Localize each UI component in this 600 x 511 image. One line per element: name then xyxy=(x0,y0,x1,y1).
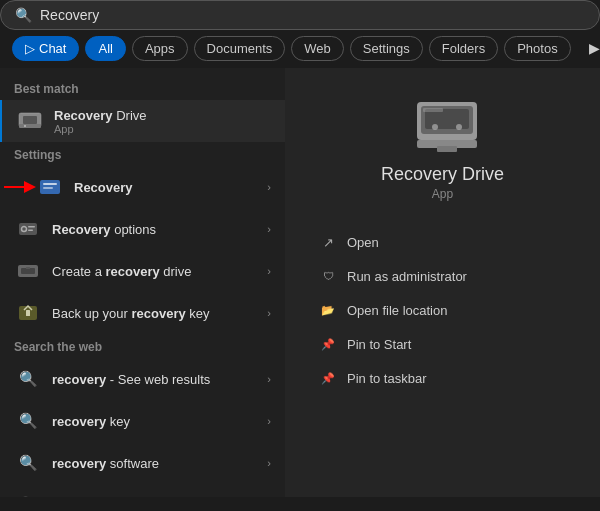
filter-apps[interactable]: Apps xyxy=(132,36,188,61)
action-list: ↗ Open 🛡 Run as administrator 📂 Open fil… xyxy=(301,225,584,395)
web-recovery-text: recovery - See web results xyxy=(52,372,257,387)
web-section-label: Search the web xyxy=(0,334,285,358)
best-match-title: Recovery Drive xyxy=(54,108,271,123)
web-search-icon-4: 🔍 xyxy=(14,491,42,497)
chevron-icon-3: › xyxy=(267,265,271,277)
search-icon: 🔍 xyxy=(15,7,32,23)
svg-rect-8 xyxy=(43,187,53,189)
pin-taskbar-icon: 📌 xyxy=(319,369,337,387)
svg-rect-2 xyxy=(19,124,41,128)
svg-point-25 xyxy=(456,124,462,130)
filter-documents[interactable]: Documents xyxy=(194,36,286,61)
action-open[interactable]: ↗ Open xyxy=(309,225,576,259)
web-recovery-item[interactable]: 🔍 recovery - See web results › xyxy=(0,358,285,400)
open-icon: ↗ xyxy=(319,233,337,251)
play-icon[interactable]: ▶ xyxy=(583,36,600,60)
web-search-icon-2: 🔍 xyxy=(14,407,42,435)
backup-recovery-text: Back up your recovery key xyxy=(52,306,257,321)
action-open-file-location[interactable]: 📂 Open file location xyxy=(309,293,576,327)
chevron-icon: › xyxy=(267,181,271,193)
recovery-options-title: Recovery options xyxy=(52,222,257,237)
svg-point-24 xyxy=(432,124,438,130)
drive-icon xyxy=(16,107,44,135)
svg-rect-15 xyxy=(26,267,30,269)
filter-chat[interactable]: ▷ Chat xyxy=(12,36,79,61)
main-content: Best match Recovery Drive App Settings xyxy=(0,68,600,497)
backup-recovery-title: Back up your recovery key xyxy=(52,306,257,321)
recovery-settings-icon xyxy=(36,173,64,201)
chevron-icon-2: › xyxy=(267,223,271,235)
file-location-icon: 📂 xyxy=(319,301,337,319)
svg-rect-23 xyxy=(423,108,443,112)
create-recovery-title: Create a recovery drive xyxy=(52,264,257,279)
best-match-section-label: Best match xyxy=(0,76,285,100)
svg-rect-17 xyxy=(26,310,30,316)
filter-folders[interactable]: Folders xyxy=(429,36,498,61)
recovery-options-text: Recovery options xyxy=(52,222,257,237)
backup-recovery-icon xyxy=(14,299,42,327)
web-search-icon-3: 🔍 xyxy=(14,449,42,477)
backup-recovery-item[interactable]: Back up your recovery key › xyxy=(0,292,285,334)
search-container: 🔍 xyxy=(0,0,600,30)
action-run-as-admin[interactable]: 🛡 Run as administrator xyxy=(309,259,576,293)
recovery-settings-title: Recovery xyxy=(74,180,257,195)
recovery-settings-text: Recovery xyxy=(74,180,257,195)
create-recovery-item[interactable]: Create a recovery drive › xyxy=(0,250,285,292)
best-match-subtitle: App xyxy=(54,123,271,135)
filter-settings[interactable]: Settings xyxy=(350,36,423,61)
pin-start-label: Pin to Start xyxy=(347,337,411,352)
filter-web[interactable]: Web xyxy=(291,36,344,61)
create-recovery-icon xyxy=(14,257,42,285)
right-panel-subtitle: App xyxy=(432,187,453,201)
web-recovery-software-text: recovery software xyxy=(52,456,257,471)
right-panel-title: Recovery Drive xyxy=(381,164,504,185)
best-match-text: Recovery Drive App xyxy=(54,108,271,135)
right-panel: Recovery Drive App ↗ Open 🛡 Run as admin… xyxy=(285,68,600,497)
svg-rect-7 xyxy=(43,183,57,185)
best-match-item[interactable]: Recovery Drive App xyxy=(0,100,285,142)
action-pin-to-taskbar[interactable]: 📌 Pin to taskbar xyxy=(309,361,576,395)
chevron-icon-4: › xyxy=(267,307,271,319)
chat-play-icon: ▷ xyxy=(25,41,35,56)
svg-point-3 xyxy=(24,125,26,127)
filter-bar: ▷ Chat All Apps Documents Web Settings F… xyxy=(0,30,600,68)
pin-start-icon: 📌 xyxy=(319,335,337,353)
search-input[interactable] xyxy=(40,7,585,23)
left-panel: Best match Recovery Drive App Settings xyxy=(0,68,285,497)
svg-rect-1 xyxy=(23,116,37,124)
web-recovery-key-item[interactable]: 🔍 recovery key › xyxy=(0,400,285,442)
right-panel-icon xyxy=(407,92,479,152)
web-recovery-software-item[interactable]: 🔍 recovery software › xyxy=(0,442,285,484)
chevron-icon-6: › xyxy=(267,415,271,427)
settings-recovery-item[interactable]: Recovery › xyxy=(0,166,285,208)
chevron-icon-5: › xyxy=(267,373,271,385)
run-admin-icon: 🛡 xyxy=(319,267,337,285)
action-pin-to-start[interactable]: 📌 Pin to Start xyxy=(309,327,576,361)
svg-rect-11 xyxy=(28,226,35,228)
settings-section-label: Settings xyxy=(0,142,285,166)
filter-photos[interactable]: Photos xyxy=(504,36,570,61)
search-bar: 🔍 xyxy=(0,0,600,30)
web-recovery-key-text: recovery key xyxy=(52,414,257,429)
chevron-icon-7: › xyxy=(267,457,271,469)
file-location-label: Open file location xyxy=(347,303,447,318)
create-recovery-text: Create a recovery drive xyxy=(52,264,257,279)
recovery-options-item[interactable]: Recovery options › xyxy=(0,208,285,250)
pin-taskbar-label: Pin to taskbar xyxy=(347,371,427,386)
open-label: Open xyxy=(347,235,379,250)
filter-all[interactable]: All xyxy=(85,36,125,61)
web-search-icon-1: 🔍 xyxy=(14,365,42,393)
red-arrow-annotation xyxy=(2,177,38,197)
run-admin-label: Run as administrator xyxy=(347,269,467,284)
svg-rect-22 xyxy=(437,146,457,152)
recovery-options-icon xyxy=(14,215,42,243)
web-recovery-manager-item[interactable]: 🔍 recovery manager › xyxy=(0,484,285,497)
svg-rect-12 xyxy=(28,230,33,232)
